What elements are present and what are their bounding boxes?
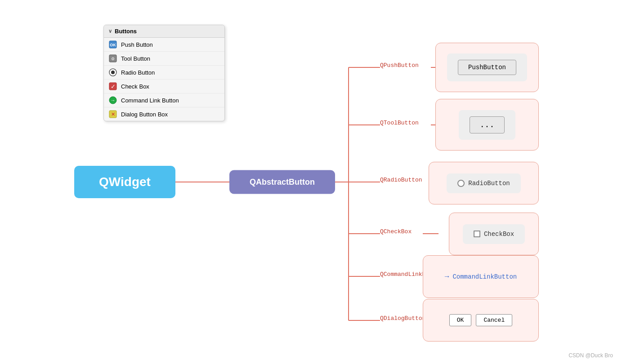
cancel-button[interactable]: Cancel bbox=[476, 314, 512, 326]
tool-icon: ⚙ bbox=[108, 54, 117, 63]
arrow-icon: → bbox=[445, 273, 449, 281]
list-item[interactable]: Radio Button bbox=[104, 66, 224, 80]
qpushbutton-label: QPushButton bbox=[380, 62, 419, 69]
svg-text:✕: ✕ bbox=[111, 111, 115, 117]
watermark: CSDN @Duck Bro bbox=[568, 352, 613, 359]
list-item[interactable]: ✓ Check Box bbox=[104, 80, 224, 93]
list-item[interactable]: ✕ Dialog Button Box bbox=[104, 107, 224, 121]
qabstractbutton-label: QAbstractButton bbox=[250, 178, 315, 186]
toolbutton-widget-label[interactable]: ... bbox=[470, 116, 505, 133]
pushbutton-widget[interactable]: PushButton bbox=[447, 53, 527, 81]
svg-point-5 bbox=[111, 71, 115, 74]
toolbutton-widget[interactable]: ... bbox=[459, 110, 515, 140]
qabstractbutton-box: QAbstractButton bbox=[229, 170, 335, 194]
ok-button[interactable]: OK bbox=[449, 314, 472, 326]
commandlink-box: → CommandLinkButton bbox=[423, 255, 539, 298]
tool-button-label: Tool Button bbox=[121, 55, 150, 62]
ok-icon: OK bbox=[108, 40, 117, 49]
widget-panel-header: ∨ Buttons bbox=[104, 25, 224, 38]
qtoolbutton-label: QToolButton bbox=[380, 120, 419, 126]
qradiobutton-label: QRadioButton bbox=[380, 177, 422, 183]
checkbox-square bbox=[474, 231, 480, 237]
chevron-icon: ∨ bbox=[108, 28, 112, 34]
radiobutton-widget-label: RadioButton bbox=[468, 180, 510, 187]
checkbox-widget-label: CheckBox bbox=[484, 231, 514, 238]
check-icon: ✓ bbox=[108, 82, 117, 91]
dialog-icon: ✕ bbox=[108, 110, 117, 119]
dialogbuttonbox-box: OK Cancel bbox=[423, 299, 539, 342]
pushbutton-widget-label[interactable]: PushButton bbox=[458, 60, 516, 75]
qwidget-label: QWidget bbox=[99, 175, 151, 189]
toolbutton-box: ... bbox=[435, 99, 539, 151]
command-link-label: Command Link Button bbox=[121, 97, 179, 104]
list-item[interactable]: → Command Link Button bbox=[104, 93, 224, 107]
radio-button-label: Radio Button bbox=[121, 69, 155, 76]
push-button-label: Push Button bbox=[121, 41, 153, 48]
qcheckbox-label: QCheckBox bbox=[380, 228, 412, 235]
checkbox-box: CheckBox bbox=[449, 213, 539, 255]
commandlink-widget-label: CommandLinkButton bbox=[452, 273, 517, 280]
list-item[interactable]: OK Push Button bbox=[104, 38, 224, 52]
svg-text:⚙: ⚙ bbox=[111, 57, 115, 61]
widget-panel: ∨ Buttons OK Push Button ⚙ Tool Button R… bbox=[103, 25, 225, 121]
radio-icon bbox=[108, 68, 117, 77]
svg-text:✓: ✓ bbox=[111, 83, 116, 90]
commandlink-widget[interactable]: → CommandLinkButton bbox=[445, 273, 517, 281]
dialogbuttonbox-widget: OK Cancel bbox=[449, 314, 512, 326]
radiobutton-widget[interactable]: RadioButton bbox=[447, 173, 520, 193]
radio-circle bbox=[457, 180, 465, 187]
checkbox-widget[interactable]: CheckBox bbox=[463, 224, 525, 244]
svg-text:→: → bbox=[111, 98, 116, 103]
pushbutton-box: PushButton bbox=[435, 43, 539, 92]
command-icon: → bbox=[108, 96, 117, 105]
dialog-button-box-label: Dialog Button Box bbox=[121, 111, 168, 118]
qwidget-box: QWidget bbox=[74, 166, 175, 198]
panel-title: Buttons bbox=[115, 28, 137, 35]
svg-text:OK: OK bbox=[110, 43, 116, 47]
checkbox-label: Check Box bbox=[121, 83, 149, 90]
radiobutton-box: RadioButton bbox=[429, 162, 539, 204]
list-item[interactable]: ⚙ Tool Button bbox=[104, 52, 224, 66]
